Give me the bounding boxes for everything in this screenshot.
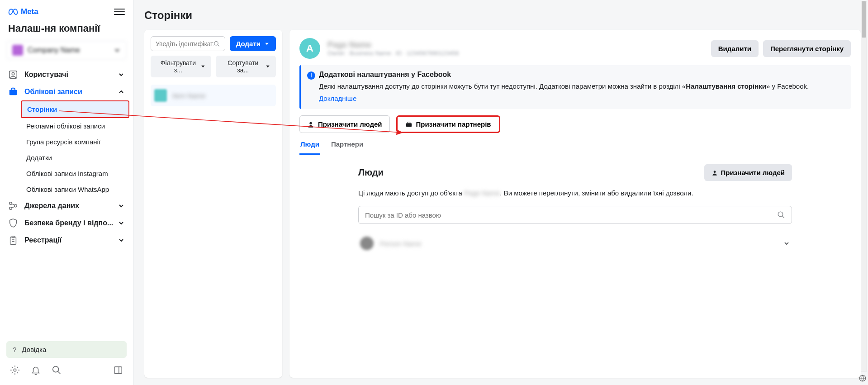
sort-button[interactable]: Сортувати за...	[216, 56, 276, 77]
users-icon	[8, 70, 18, 80]
help-button[interactable]: ? Довідка	[6, 341, 127, 358]
svg-rect-10	[114, 367, 122, 374]
briefcase-icon	[8, 87, 18, 97]
company-avatar	[12, 45, 23, 56]
sidebar-title: Налаш-ня компанії	[4, 20, 129, 41]
settings-gear-icon[interactable]	[10, 365, 20, 377]
chevron-down-icon	[118, 237, 125, 244]
svg-rect-2	[9, 90, 17, 95]
company-name: Company Name	[28, 46, 80, 54]
svg-point-11	[214, 41, 218, 45]
search-icon	[213, 40, 220, 48]
people-row-avatar	[360, 237, 374, 250]
hamburger-menu-icon[interactable]	[114, 6, 125, 17]
assign-people-label: Призначити людей	[318, 120, 382, 128]
view-page-button[interactable]: Переглянути сторінку	[763, 40, 851, 57]
nav-accounts[interactable]: Облікові записи	[4, 83, 129, 100]
nav-accounts-label: Облікові записи	[24, 88, 82, 96]
page-detail-panel: A Page Name Owner · Business Name · ID ·…	[289, 30, 861, 378]
nav-ad-accounts[interactable]: Рекламні облікові записи	[21, 118, 129, 134]
clipboard-icon	[8, 235, 18, 245]
caret-down-icon	[264, 41, 270, 47]
detail-page-meta: Owner · Business Name · ID · 12345678901…	[327, 50, 704, 57]
search-icon	[777, 211, 785, 219]
svg-point-3	[9, 202, 12, 205]
svg-rect-0	[9, 71, 17, 79]
people-section: Люди Призначити людей Ці люди мають дост…	[299, 164, 851, 255]
list-item-label: Item Name	[172, 92, 205, 100]
notifications-bell-icon[interactable]	[31, 365, 41, 377]
scrollbar-thumb[interactable]	[862, 1, 866, 38]
svg-point-4	[14, 204, 17, 207]
detail-tabs: Люди Партнери	[299, 135, 851, 155]
people-heading: Люди	[358, 167, 384, 178]
svg-point-14	[714, 171, 716, 173]
list-item[interactable]: Item Name	[151, 85, 276, 106]
search-icon[interactable]	[52, 365, 62, 377]
nav-instagram[interactable]: Облікові записи Instagram	[21, 166, 129, 181]
nav-apps[interactable]: Додатки	[21, 150, 129, 166]
nav-users-label: Користувачі	[24, 71, 68, 79]
detail-page-name: Page Name	[327, 40, 704, 50]
svg-point-5	[9, 207, 12, 210]
assign-people-button-2[interactable]: Призначити людей	[704, 164, 792, 181]
nav-whatsapp[interactable]: Облікові записи WhatsApp	[21, 181, 129, 197]
main-content: Сторінки Додати Фільтрувати з...	[133, 0, 868, 385]
list-item-avatar	[154, 89, 167, 102]
people-search-input[interactable]	[365, 211, 777, 219]
info-text: Деякі налаштування доступу до сторінки м…	[319, 81, 844, 91]
person-icon	[307, 121, 314, 128]
tab-partners[interactable]: Партнери	[330, 135, 364, 155]
people-search[interactable]	[358, 206, 792, 224]
info-banner: i Додаткові налаштування у Facebook Деяк…	[299, 65, 851, 109]
info-link[interactable]: Докладніше	[319, 95, 356, 102]
nav-brand-safety[interactable]: Безпека бренду і відпо...	[4, 214, 129, 232]
page-search-input[interactable]	[156, 40, 213, 48]
company-selector[interactable]: Company Name	[6, 41, 127, 60]
people-description: Ці люди мають доступ до об'єкта Page Nam…	[358, 188, 792, 198]
delete-button[interactable]: Видалити	[711, 40, 759, 57]
add-button[interactable]: Додати	[230, 36, 276, 51]
svg-point-9	[53, 366, 59, 372]
help-label: Довідка	[22, 346, 46, 353]
chevron-down-icon	[118, 202, 125, 209]
sidebar: Meta Налаш-ня компанії Company Name Кори…	[0, 0, 133, 385]
info-title: Додаткові налаштування у Facebook	[319, 71, 844, 79]
assign-people-button[interactable]: Призначити людей	[299, 115, 390, 133]
sort-label: Сортувати за...	[221, 59, 266, 74]
svg-point-8	[14, 369, 16, 371]
nav-data-sources[interactable]: Джерела даних	[4, 197, 129, 214]
svg-point-1	[12, 72, 14, 75]
meta-infinity-icon	[8, 9, 18, 15]
detail-avatar: A	[299, 38, 320, 59]
nav-pages[interactable]: Сторінки	[21, 100, 129, 118]
page-search[interactable]	[151, 36, 225, 51]
filter-button[interactable]: Фільтрувати з...	[151, 56, 211, 77]
share-icon	[8, 201, 18, 211]
chevron-down-icon	[118, 71, 125, 78]
nav-registrations[interactable]: Реєстрації	[4, 232, 129, 249]
chevron-down-icon	[118, 219, 125, 227]
page-title: Сторінки	[144, 9, 861, 22]
tab-people[interactable]: Люди	[299, 135, 320, 155]
assign-partners-button[interactable]: Призначити партнерів	[396, 115, 500, 133]
nav-data-sources-label: Джерела даних	[24, 202, 79, 210]
nav-registrations-label: Реєстрації	[24, 236, 62, 244]
meta-logo[interactable]: Meta	[8, 7, 38, 16]
question-icon: ?	[13, 346, 16, 353]
chevron-down-icon	[114, 47, 121, 54]
shield-icon	[8, 218, 18, 228]
caret-down-icon	[265, 64, 270, 69]
svg-rect-13	[406, 123, 412, 127]
nav-brand-safety-label: Безпека бренду і відпо...	[24, 219, 113, 227]
nav-asset-groups[interactable]: Група ресурсів компанії	[21, 134, 129, 150]
person-icon	[711, 170, 718, 176]
nav-users[interactable]: Користувачі	[4, 66, 129, 83]
globe-icon[interactable]	[859, 374, 867, 382]
svg-point-12	[309, 122, 312, 124]
panel-toggle-icon[interactable]	[113, 365, 123, 377]
chevron-up-icon	[118, 88, 125, 95]
vertical-scrollbar[interactable]	[861, 1, 867, 371]
svg-point-15	[778, 212, 783, 217]
people-row[interactable]: Person Name	[358, 232, 792, 255]
